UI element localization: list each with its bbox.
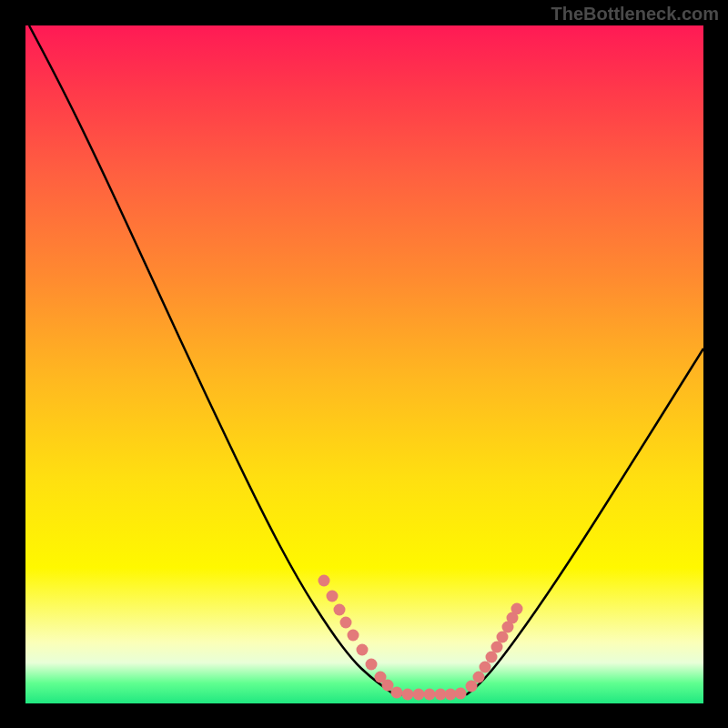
data-dot: [455, 688, 467, 700]
data-dot: [327, 591, 339, 602]
data-dot: [424, 689, 436, 701]
dots-group: [318, 575, 523, 701]
data-dot: [334, 604, 346, 616]
chart-svg: [25, 25, 703, 703]
data-dot: [348, 630, 359, 642]
data-dot: [473, 672, 485, 683]
data-dot: [402, 689, 414, 701]
data-dot: [391, 687, 403, 699]
data-dot: [445, 689, 457, 701]
data-dot: [357, 644, 369, 656]
data-dot: [318, 575, 330, 587]
data-dot: [491, 642, 503, 653]
watermark-text: TheBottleneck.com: [551, 4, 719, 25]
data-dot: [480, 662, 491, 673]
curve-group: [29, 25, 703, 694]
data-dot: [497, 632, 509, 643]
data-dot: [486, 652, 498, 663]
data-dot: [511, 603, 523, 615]
data-dot: [366, 659, 378, 671]
data-dot: [340, 617, 352, 629]
bottleneck-curve: [29, 25, 703, 694]
data-dot: [413, 689, 425, 701]
